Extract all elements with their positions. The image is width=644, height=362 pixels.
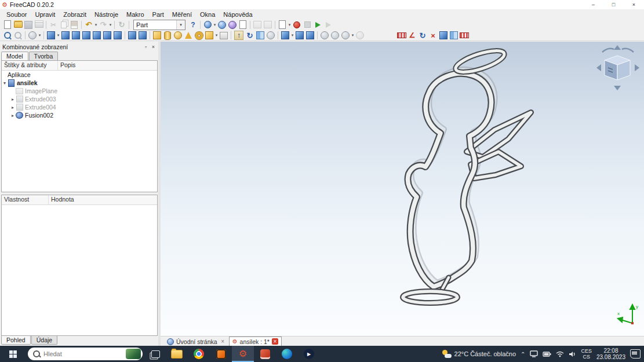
menu-okna[interactable]: Okna bbox=[196, 10, 219, 19]
create-primitives-button[interactable] bbox=[204, 30, 214, 41]
right-view-button[interactable] bbox=[81, 30, 92, 41]
taskbar-clock[interactable]: 22:08 23.08.2023 bbox=[596, 348, 625, 360]
tree-item-fusion002[interactable]: Fusion002 bbox=[2, 111, 157, 119]
paste-button[interactable] bbox=[69, 20, 79, 30]
link-make-button[interactable] bbox=[202, 20, 213, 30]
draw-style-button[interactable] bbox=[27, 30, 38, 41]
monitor-tray-icon[interactable] bbox=[530, 350, 538, 357]
navigation-cube[interactable] bbox=[595, 44, 642, 96]
shape-builder-button[interactable] bbox=[219, 30, 229, 41]
taskbar-app-freecad[interactable]: ⚙ bbox=[232, 346, 254, 362]
tree-item-imageplane[interactable]: ImagePlane bbox=[2, 87, 157, 95]
boolean-cut-button[interactable] bbox=[294, 30, 305, 41]
tree-item-document[interactable]: ansilek bbox=[2, 79, 157, 87]
mirror-button[interactable] bbox=[255, 30, 265, 41]
menu-part[interactable]: Part bbox=[148, 10, 168, 19]
primitive-cone-button[interactable] bbox=[183, 30, 194, 41]
open-website-button[interactable] bbox=[217, 20, 227, 30]
workbench-selector[interactable]: Part ▾ bbox=[133, 20, 185, 30]
menu-napoveda[interactable]: Nápověda bbox=[219, 10, 256, 19]
close-button[interactable]: × bbox=[624, 0, 644, 9]
maximize-button[interactable]: □ bbox=[603, 0, 624, 9]
measure-refresh-button[interactable] bbox=[417, 30, 428, 41]
fit-all-button[interactable] bbox=[2, 30, 13, 41]
menu-mereni[interactable]: Měření bbox=[168, 10, 196, 19]
cut-button[interactable] bbox=[48, 20, 59, 30]
wifi-tray-icon[interactable] bbox=[556, 351, 564, 357]
new-document-button[interactable] bbox=[2, 20, 13, 30]
tab-ansilek-document[interactable]: ⚙ ansilek : 1* × bbox=[229, 337, 282, 346]
minimize-button[interactable]: – bbox=[583, 0, 603, 9]
measure-toggle-all-button[interactable] bbox=[459, 30, 470, 41]
isometric-view-button[interactable] bbox=[46, 30, 56, 41]
measure-toggle-delta-button[interactable] bbox=[449, 30, 459, 41]
angel-outline-model[interactable] bbox=[161, 42, 644, 336]
rotate-right-button[interactable] bbox=[137, 30, 148, 41]
fillet-button[interactable] bbox=[265, 30, 276, 41]
top-view-button[interactable] bbox=[71, 30, 81, 41]
tab-model[interactable]: Model bbox=[1, 52, 28, 61]
section-button[interactable] bbox=[319, 30, 330, 41]
expand-icon[interactable] bbox=[2, 81, 8, 86]
revolve-button[interactable] bbox=[245, 30, 255, 41]
front-view-button[interactable] bbox=[60, 30, 71, 41]
macro-execute-button[interactable] bbox=[312, 20, 323, 30]
scene-inspector-button[interactable] bbox=[263, 20, 273, 30]
tree-root-application[interactable]: Aplikace bbox=[2, 71, 157, 79]
taskbar-app-orange[interactable] bbox=[210, 346, 232, 362]
measure-linear-button[interactable] bbox=[396, 30, 407, 41]
taskbar-app-red[interactable] bbox=[254, 346, 276, 362]
documentation-button[interactable] bbox=[238, 20, 248, 30]
menu-soubor[interactable]: Soubor bbox=[2, 10, 31, 19]
extrude-button[interactable] bbox=[234, 31, 243, 40]
tree-item-extrude004[interactable]: Extrude004 bbox=[2, 103, 157, 111]
dependency-graph-button[interactable] bbox=[252, 20, 263, 30]
rear-view-button[interactable] bbox=[92, 30, 102, 41]
measure-toggle-3d-button[interactable] bbox=[438, 30, 449, 41]
redo-button[interactable] bbox=[98, 20, 108, 30]
save-button[interactable] bbox=[23, 20, 34, 30]
open-document-button[interactable] bbox=[13, 20, 23, 30]
refresh-button[interactable] bbox=[117, 20, 127, 30]
offset-dropdown-arrow[interactable] bbox=[351, 30, 355, 41]
primitive-sphere-button[interactable] bbox=[173, 30, 183, 41]
close-ansilek-icon[interactable]: × bbox=[272, 338, 278, 345]
left-view-button[interactable] bbox=[112, 30, 123, 41]
tab-start-page[interactable]: Úvodní stránka × bbox=[164, 337, 229, 346]
measure-angular-button[interactable] bbox=[407, 30, 417, 41]
tab-udaje[interactable]: Údaje bbox=[31, 336, 57, 345]
menu-upravit[interactable]: Upravit bbox=[31, 10, 59, 19]
offset-button[interactable] bbox=[340, 30, 351, 41]
task-view-button[interactable] bbox=[145, 346, 166, 362]
macro-debug-button[interactable] bbox=[323, 20, 333, 30]
start-button[interactable] bbox=[0, 346, 26, 362]
battery-tray-icon[interactable] bbox=[543, 351, 551, 357]
axonometric-dropdown-arrow[interactable] bbox=[56, 30, 60, 41]
hidden-icons-chevron[interactable]: ⌃ bbox=[521, 351, 525, 357]
tree-item-extrude003[interactable]: Extrude003 bbox=[2, 95, 157, 103]
panel-float-button[interactable]: ▫ bbox=[142, 43, 150, 50]
taskbar-app-media-player[interactable]: ▶ bbox=[298, 346, 320, 362]
primitive-box-button[interactable] bbox=[152, 30, 162, 41]
primitives-dropdown-arrow[interactable] bbox=[214, 30, 219, 41]
expand-icon[interactable] bbox=[10, 105, 16, 110]
redo-dropdown-arrow[interactable] bbox=[108, 20, 112, 30]
search-highlight-thumbnail[interactable] bbox=[126, 349, 141, 359]
taskbar-app-file-explorer[interactable] bbox=[166, 346, 188, 362]
macro-dropdown-arrow[interactable] bbox=[288, 20, 292, 30]
expand-icon[interactable] bbox=[10, 113, 16, 118]
rotate-left-button[interactable] bbox=[127, 30, 137, 41]
menu-zobrazit[interactable]: Zobrazit bbox=[59, 10, 90, 19]
tab-tvorba[interactable]: Tvorba bbox=[29, 52, 59, 60]
whats-this-button[interactable] bbox=[188, 20, 198, 30]
language-indicator[interactable]: CES CS bbox=[581, 348, 592, 360]
macro-record-button[interactable] bbox=[292, 20, 302, 30]
copy-button[interactable] bbox=[59, 20, 69, 30]
panel-close-button[interactable]: × bbox=[150, 43, 157, 50]
expand-icon[interactable] bbox=[10, 97, 16, 102]
menu-nastroje[interactable]: Nástroje bbox=[90, 10, 122, 19]
3d-viewport[interactable]: y x bbox=[161, 42, 644, 336]
taskbar-weather[interactable]: 22°C Částeč. oblačno bbox=[442, 350, 516, 358]
fit-selection-button[interactable] bbox=[13, 30, 23, 41]
volume-tray-icon[interactable] bbox=[569, 351, 576, 357]
